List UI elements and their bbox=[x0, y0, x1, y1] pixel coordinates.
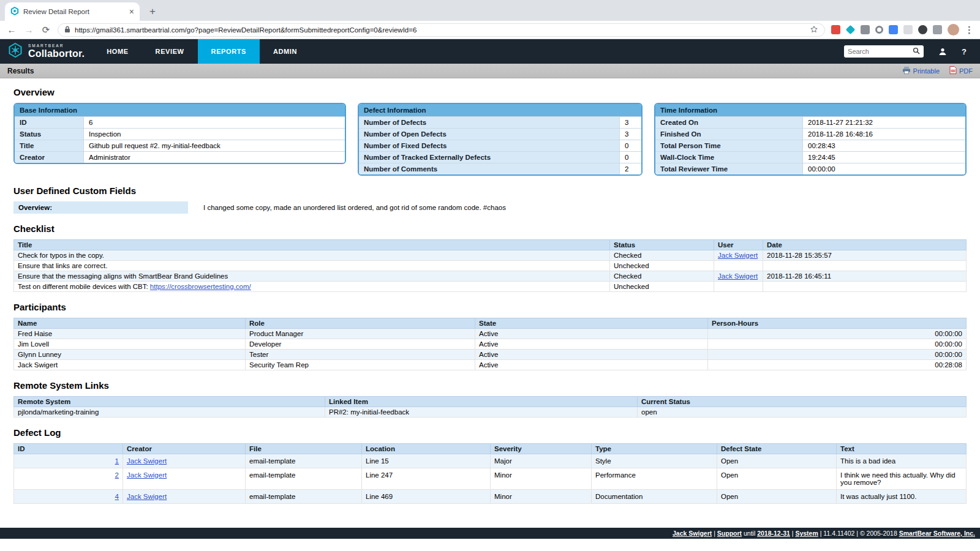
cell-location: Line 247 bbox=[362, 468, 491, 490]
cell-date bbox=[763, 261, 967, 271]
info-value: 2018-11-27 21:21:32 bbox=[802, 117, 965, 128]
cell: Tester bbox=[246, 350, 475, 360]
tab-close-icon[interactable]: × bbox=[129, 7, 134, 17]
footer-link[interactable]: 2018-12-31 bbox=[757, 530, 790, 537]
user-icon[interactable] bbox=[938, 47, 947, 56]
cell-text: I think we need this actually. Why did y… bbox=[837, 468, 967, 490]
defect-id-link[interactable]: 1 bbox=[115, 457, 119, 465]
defect-log-heading: Defect Log bbox=[13, 427, 967, 438]
cell-severity: Major bbox=[491, 454, 592, 468]
cell-title: Check for typos in the copy. bbox=[14, 250, 610, 261]
bookmark-star-icon[interactable] bbox=[810, 25, 818, 35]
column-header: Text bbox=[837, 444, 967, 454]
cell-text: It was actually just 1100. bbox=[837, 490, 967, 504]
screen: Review Detail Report × + ← → ⟳ https://g… bbox=[0, 0, 980, 551]
footer-link[interactable]: SmartBear Software, Inc. bbox=[899, 530, 975, 537]
extension-icon-3[interactable] bbox=[861, 25, 870, 34]
cell: Glynn Lunney bbox=[14, 350, 246, 360]
brand-logo[interactable]: SMARTBEAR Collabortor. bbox=[0, 39, 93, 64]
reload-icon[interactable]: ⟳ bbox=[40, 24, 51, 36]
nav-item-reports[interactable]: REPORTS bbox=[198, 39, 260, 64]
external-link[interactable]: https://crossbrowsertesting.com/ bbox=[150, 283, 251, 290]
profile-avatar[interactable] bbox=[948, 24, 959, 36]
url-text[interactable]: https://gmail361.smartbeartrial.com/go?p… bbox=[75, 26, 805, 34]
cell: Active bbox=[475, 329, 708, 339]
browser-toolbar: ← → ⟳ https://gmail361.smartbeartrial.co… bbox=[0, 21, 980, 39]
nav-item-admin[interactable]: ADMIN bbox=[260, 39, 311, 64]
info-value: 2 bbox=[619, 163, 641, 174]
app-footer: Jack Swigert | Support until 2018-12-31 … bbox=[0, 528, 980, 539]
info-label: Number of Fixed Defects bbox=[359, 140, 619, 151]
user-link[interactable]: Jack Swigert bbox=[718, 252, 758, 259]
defect-id-link[interactable]: 2 bbox=[115, 471, 119, 479]
user-link[interactable]: Jack Swigert bbox=[718, 272, 758, 280]
info-row: ID6 bbox=[15, 116, 345, 128]
pdf-link[interactable]: PDF bbox=[949, 66, 973, 75]
user-link[interactable]: Jack Swigert bbox=[127, 493, 167, 500]
column-header: State bbox=[475, 318, 708, 329]
column-header: ID bbox=[14, 444, 123, 454]
search-input[interactable] bbox=[848, 48, 910, 55]
header-row: IDCreatorFileLocationSeverityTypeDefect … bbox=[14, 444, 967, 454]
nav-item-home[interactable]: HOME bbox=[93, 39, 141, 64]
extension-icon-6[interactable] bbox=[903, 25, 913, 34]
info-label: Total Person Time bbox=[655, 140, 802, 151]
cell-status: Unchecked bbox=[610, 282, 714, 292]
cell: 00:00:00 bbox=[708, 350, 967, 360]
cell-id: 1 bbox=[14, 454, 123, 468]
extension-icon-4[interactable] bbox=[875, 26, 883, 34]
extension-icon-7[interactable] bbox=[918, 25, 927, 34]
info-label: Wall-Clock Time bbox=[655, 152, 802, 163]
cell-file: email-template bbox=[246, 454, 362, 468]
browser-menu-icon[interactable]: ⋮ bbox=[965, 24, 974, 36]
cell-severity: Minor bbox=[491, 490, 592, 504]
checklist-heading: Checklist bbox=[13, 223, 967, 234]
footer-link[interactable]: Jack Swigert bbox=[673, 530, 712, 537]
cell-date: 2018-11-28 15:35:57 bbox=[763, 250, 967, 261]
cell-user bbox=[714, 282, 763, 292]
brand-smartbear-label: SMARTBEAR bbox=[28, 43, 85, 48]
extension-icon-8[interactable] bbox=[933, 25, 942, 34]
column-header: Linked Item bbox=[325, 397, 638, 407]
header-row: NameRoleStatePerson-Hours bbox=[14, 318, 967, 329]
info-row: TitleGithub pull request #2. my-initial-… bbox=[15, 140, 345, 151]
info-row: Finished On2018-11-28 16:48:16 bbox=[655, 128, 965, 140]
printable-link[interactable]: Printable bbox=[902, 67, 940, 75]
column-header: User bbox=[714, 240, 763, 250]
extension-icon-2[interactable] bbox=[846, 25, 856, 35]
browser-tab[interactable]: Review Detail Report × bbox=[5, 2, 140, 21]
nav-item-review[interactable]: REVIEW bbox=[142, 39, 198, 64]
defect-id-link[interactable]: 4 bbox=[115, 493, 119, 500]
participants-heading: Participants bbox=[13, 302, 967, 312]
base-information-box: Base InformationID6StatusInspectionTitle… bbox=[13, 103, 346, 164]
user-link[interactable]: Jack Swigert bbox=[127, 457, 167, 465]
pdf-icon bbox=[949, 66, 957, 75]
extension-icon-5[interactable] bbox=[889, 25, 898, 34]
info-box-title: Defect Information bbox=[359, 104, 641, 116]
header-row: Remote SystemLinked ItemCurrent Status bbox=[14, 397, 967, 407]
table-row: Ensure that links are correct.Unchecked bbox=[14, 261, 967, 271]
footer-link[interactable]: Support bbox=[717, 530, 742, 537]
pdf-label[interactable]: PDF bbox=[959, 67, 973, 75]
user-link[interactable]: Jack Swigert bbox=[127, 471, 167, 479]
info-label: Total Reviewer Time bbox=[655, 163, 802, 174]
address-bar[interactable]: https://gmail361.smartbeartrial.com/go?p… bbox=[58, 23, 825, 37]
new-tab-button[interactable]: + bbox=[145, 4, 160, 20]
cell: Fred Haise bbox=[14, 329, 246, 339]
search-box[interactable] bbox=[844, 45, 924, 58]
cell-id: 2 bbox=[14, 468, 123, 490]
info-row: Total Reviewer Time00:00:00 bbox=[655, 163, 965, 174]
back-icon[interactable]: ← bbox=[6, 24, 17, 35]
info-value: Inspection bbox=[83, 129, 345, 140]
extension-icon-1[interactable] bbox=[831, 25, 840, 34]
printable-label[interactable]: Printable bbox=[913, 67, 940, 75]
cell: Product Manager bbox=[246, 329, 475, 339]
info-value: 0 bbox=[619, 152, 641, 163]
forward-icon[interactable]: → bbox=[23, 24, 34, 35]
cell-date bbox=[763, 282, 967, 292]
footer-link[interactable]: System bbox=[795, 530, 818, 537]
cell-file: email-template bbox=[246, 468, 362, 490]
search-icon[interactable] bbox=[913, 46, 920, 57]
help-icon[interactable]: ? bbox=[962, 47, 967, 56]
column-header: Person-Hours bbox=[708, 318, 967, 329]
